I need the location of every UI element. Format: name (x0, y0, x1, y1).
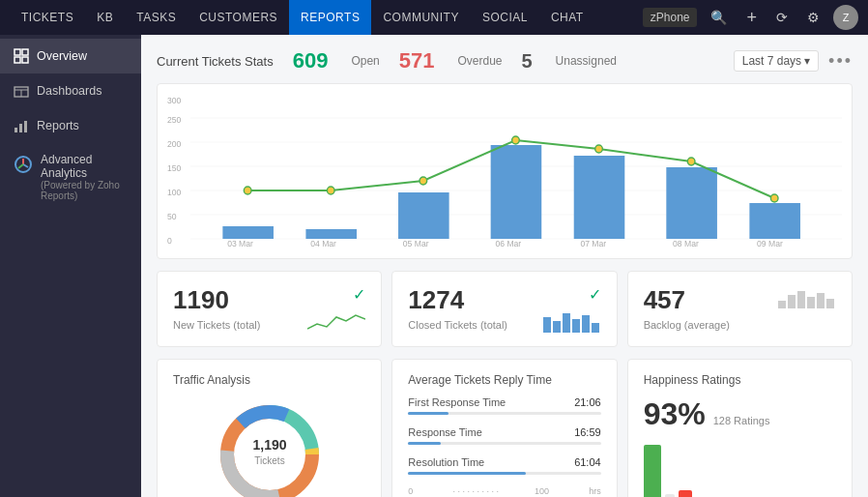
top-navigation: TICKETS KB TASKS CUSTOMERS REPORTS COMMU… (0, 0, 868, 35)
nav-tasks[interactable]: TASKS (125, 0, 188, 35)
scale-min: 0 (408, 486, 413, 496)
stats-right: Last 7 days ▾ ••• (734, 50, 853, 72)
advanced-analytics-sub: (Powered by Zoho Reports) (41, 180, 128, 201)
sidebar-item-overview[interactable]: Overview (0, 39, 141, 73)
traffic-analysis-card: Traffic Analysis 1,190 Tickets (157, 359, 382, 497)
hbar-loved (644, 445, 661, 497)
advanced-analytics-icon (14, 155, 33, 174)
svg-point-35 (595, 145, 603, 153)
svg-rect-25 (305, 229, 357, 239)
svg-rect-45 (543, 317, 551, 333)
nav-social[interactable]: SOCIAL (471, 0, 539, 35)
mc-left-new: 1190 New Tickets (total) (173, 285, 260, 331)
svg-rect-27 (491, 145, 542, 239)
search-icon[interactable]: 🔍 (705, 6, 733, 29)
resolution-time-label: Resolution Time (408, 456, 484, 468)
bottom-section: Traffic Analysis 1,190 Tickets (157, 359, 853, 497)
refresh-icon[interactable]: ⟳ (770, 6, 794, 29)
overdue-count: 571 (399, 48, 435, 73)
phone-button[interactable]: zPhone (643, 8, 698, 27)
svg-text:09 Mar: 09 Mar (757, 239, 783, 248)
svg-rect-47 (563, 313, 570, 333)
unassigned-count: 5 (521, 50, 532, 73)
svg-rect-24 (222, 226, 274, 239)
svg-text:08 Mar: 08 Mar (673, 239, 699, 248)
stats-title: Current Tickets Stats (157, 54, 274, 69)
settings-icon[interactable]: ⚙ (801, 6, 825, 29)
add-icon[interactable]: + (740, 4, 763, 32)
svg-text:0: 0 (167, 236, 172, 246)
response-time-fill (408, 442, 441, 445)
avatar[interactable]: Z (833, 5, 858, 30)
svg-rect-49 (582, 315, 590, 333)
first-response-val: 21:06 (574, 396, 601, 408)
new-tickets-label: New Tickets (total) (173, 319, 260, 331)
rr-header-response: Response Time 16:59 (408, 426, 600, 438)
overdue-label: Overdue (457, 54, 502, 68)
mc-left-backlog: 457 Backlog (average) (644, 285, 730, 331)
mc-left-closed: 1274 Closed Tickets (total) (408, 285, 507, 331)
nav-kb[interactable]: KB (85, 0, 125, 35)
response-time-track (408, 442, 600, 445)
svg-rect-7 (14, 128, 17, 132)
svg-text:Tickets: Tickets (254, 455, 284, 466)
sidebar-label-dashboards: Dashboards (37, 84, 101, 98)
happiness-header: 93% 128 Ratings (644, 396, 836, 432)
nav-tickets[interactable]: TICKETS (10, 0, 85, 35)
svg-text:50: 50 (167, 212, 177, 221)
scale-max: 100 (535, 486, 549, 496)
nav-customers[interactable]: CUSTOMERS (188, 0, 289, 35)
svg-rect-52 (788, 295, 796, 308)
svg-point-34 (512, 136, 520, 144)
svg-point-36 (687, 158, 695, 165)
dashboards-icon (14, 83, 29, 99)
sidebar: Overview Dashboards Reports (0, 35, 141, 497)
hbar-bad (679, 490, 692, 497)
svg-text:07 Mar: 07 Mar (580, 239, 606, 248)
rr-header-first: First Response Time 21:06 (408, 396, 600, 408)
new-tickets-val: 1190 (173, 285, 260, 315)
advanced-analytics-label: Advanced Analytics (41, 153, 128, 180)
overview-icon (14, 48, 29, 64)
sidebar-item-reports[interactable]: Reports (0, 108, 141, 143)
svg-text:200: 200 (167, 139, 181, 149)
scale-unit: hrs (589, 486, 601, 496)
svg-rect-51 (778, 301, 786, 308)
svg-text:250: 250 (167, 115, 181, 125)
resolution-time-fill (408, 472, 526, 475)
svg-rect-29 (666, 167, 717, 239)
svg-text:100: 100 (167, 188, 181, 197)
reports-icon (14, 118, 29, 133)
svg-rect-2 (14, 57, 20, 63)
date-range-picker[interactable]: Last 7 days ▾ (734, 50, 819, 72)
check-icon-new: ✓ (353, 285, 365, 304)
svg-rect-54 (807, 297, 815, 308)
nav-chat[interactable]: CHAT (539, 0, 595, 35)
advanced-analytics-text: Advanced Analytics (Powered by Zoho Repo… (41, 153, 128, 201)
svg-rect-0 (14, 49, 20, 55)
svg-rect-28 (574, 156, 625, 239)
sidebar-item-dashboards[interactable]: Dashboards (0, 73, 141, 108)
reply-time-card: Average Tickets Reply Time First Respons… (391, 359, 617, 497)
sidebar-item-advanced-analytics[interactable]: Advanced Analytics (Powered by Zoho Repo… (0, 143, 141, 211)
happiness-card: Happiness Ratings 93% 128 Ratings 93% Lo… (627, 359, 853, 497)
svg-rect-46 (553, 321, 561, 333)
nav-community[interactable]: COMMUNITY (371, 0, 471, 35)
reply-scale: 0 · · · · · · · · · · 100 hrs (408, 486, 600, 496)
unassigned-label: Unassigned (556, 54, 617, 68)
happiness-pct: 93% (644, 396, 706, 432)
backlog-label: Backlog (average) (644, 319, 730, 331)
closed-tickets-val: 1274 (408, 285, 507, 315)
nav-reports[interactable]: REPORTS (289, 0, 371, 35)
svg-point-37 (770, 194, 778, 202)
svg-point-33 (420, 177, 427, 185)
svg-rect-53 (797, 291, 805, 308)
svg-rect-9 (24, 121, 27, 132)
reply-row-resolution: Resolution Time 61:04 (408, 456, 600, 475)
more-options-button[interactable]: ••• (828, 51, 853, 72)
svg-rect-55 (817, 293, 825, 308)
svg-rect-30 (749, 203, 800, 239)
donut-svg: 1,190 Tickets (212, 396, 328, 497)
svg-text:05 Mar: 05 Mar (403, 239, 429, 248)
svg-text:150: 150 (167, 163, 181, 173)
